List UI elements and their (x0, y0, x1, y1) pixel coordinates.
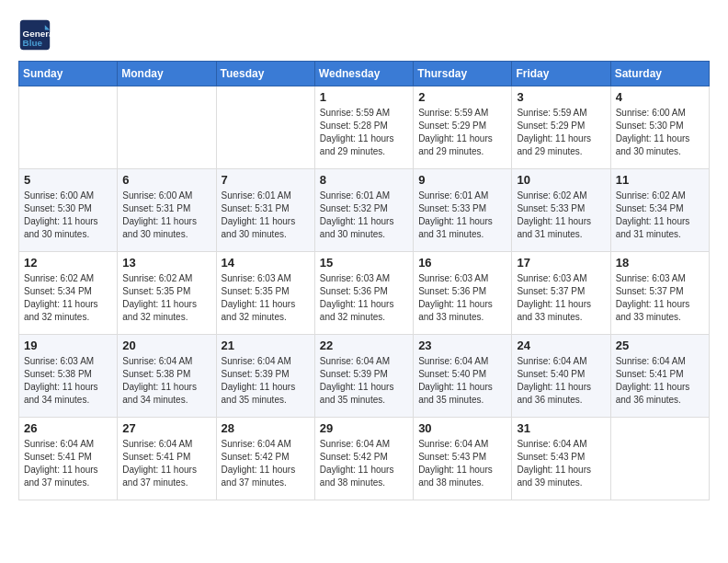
cell-detail: Sunrise: 5:59 AM (320, 107, 408, 120)
cell-detail: Sunset: 5:34 PM (616, 202, 704, 215)
calendar-cell: 31Sunrise: 6:04 AMSunset: 5:43 PMDayligh… (512, 418, 610, 500)
calendar-cell: 30Sunrise: 6:04 AMSunset: 5:43 PMDayligh… (414, 418, 512, 500)
page-header: General Blue (18, 18, 710, 52)
cell-detail: Sunrise: 6:03 AM (222, 272, 310, 285)
calendar-cell: 13Sunrise: 6:02 AMSunset: 5:35 PMDayligh… (118, 252, 216, 335)
cell-detail: Sunset: 5:29 PM (517, 120, 605, 132)
cell-detail: Sunset: 5:33 PM (517, 202, 605, 215)
cell-detail: Sunrise: 6:04 AM (320, 355, 408, 368)
cell-detail: Daylight: 11 hours and 30 minutes. (24, 215, 112, 241)
cell-detail: Sunset: 5:37 PM (517, 285, 605, 298)
cell-detail: Daylight: 11 hours and 29 minutes. (320, 132, 408, 158)
header-day-saturday: Saturday (610, 62, 709, 86)
calendar-cell (216, 86, 314, 169)
calendar-cell: 15Sunrise: 6:03 AMSunset: 5:36 PMDayligh… (314, 252, 413, 335)
day-number: 7 (222, 173, 310, 187)
day-number: 10 (517, 173, 605, 187)
day-number: 24 (517, 339, 605, 352)
calendar-cell: 1Sunrise: 5:59 AMSunset: 5:28 PMDaylight… (314, 86, 413, 169)
calendar-cell: 26Sunrise: 6:04 AMSunset: 5:41 PMDayligh… (19, 418, 118, 500)
cell-detail: Daylight: 11 hours and 34 minutes. (122, 381, 210, 407)
calendar-cell: 22Sunrise: 6:04 AMSunset: 5:39 PMDayligh… (314, 335, 413, 418)
cell-detail: Daylight: 11 hours and 38 minutes. (320, 464, 408, 489)
header-day-friday: Friday (512, 62, 610, 86)
day-number: 4 (616, 90, 704, 104)
cell-detail: Sunrise: 6:02 AM (122, 272, 210, 285)
cell-detail: Daylight: 11 hours and 37 minutes. (122, 464, 210, 489)
day-number: 5 (24, 173, 112, 187)
cell-detail: Sunrise: 6:01 AM (418, 190, 506, 202)
calendar-cell: 7Sunrise: 6:01 AMSunset: 5:31 PMDaylight… (216, 169, 314, 252)
calendar-cell: 5Sunrise: 6:00 AMSunset: 5:30 PMDaylight… (19, 169, 118, 252)
cell-detail: Sunset: 5:41 PM (122, 451, 210, 464)
cell-detail: Daylight: 11 hours and 35 minutes. (320, 381, 408, 407)
calendar-cell: 17Sunrise: 6:03 AMSunset: 5:37 PMDayligh… (512, 252, 610, 335)
header-day-wednesday: Wednesday (314, 62, 413, 86)
cell-detail: Daylight: 11 hours and 31 minutes. (616, 215, 704, 241)
cell-detail: Sunrise: 6:04 AM (222, 355, 310, 368)
day-number: 27 (122, 421, 210, 435)
cell-detail: Sunset: 5:32 PM (320, 202, 408, 215)
cell-detail: Daylight: 11 hours and 32 minutes. (24, 298, 112, 324)
day-number: 23 (418, 339, 506, 352)
cell-detail: Sunset: 5:40 PM (517, 368, 605, 381)
cell-detail: Daylight: 11 hours and 29 minutes. (418, 132, 506, 158)
cell-detail: Daylight: 11 hours and 33 minutes. (517, 298, 605, 324)
cell-detail: Sunset: 5:31 PM (222, 202, 310, 215)
day-number: 12 (24, 256, 112, 270)
cell-detail: Sunset: 5:41 PM (616, 368, 704, 381)
header-row: SundayMondayTuesdayWednesdayThursdayFrid… (19, 62, 710, 86)
calendar-cell: 28Sunrise: 6:04 AMSunset: 5:42 PMDayligh… (216, 418, 314, 500)
calendar-cell: 10Sunrise: 6:02 AMSunset: 5:33 PMDayligh… (512, 169, 610, 252)
header-day-tuesday: Tuesday (216, 62, 314, 86)
cell-detail: Sunset: 5:42 PM (222, 451, 310, 464)
day-number: 21 (222, 339, 310, 352)
cell-detail: Sunset: 5:34 PM (24, 285, 112, 298)
day-number: 30 (418, 421, 506, 435)
week-row-2: 5Sunrise: 6:00 AMSunset: 5:30 PMDaylight… (19, 169, 710, 252)
cell-detail: Sunset: 5:35 PM (222, 285, 310, 298)
day-number: 26 (24, 421, 112, 435)
cell-detail: Sunrise: 6:01 AM (320, 190, 408, 202)
cell-detail: Sunrise: 5:59 AM (418, 107, 506, 120)
cell-detail: Daylight: 11 hours and 36 minutes. (616, 381, 704, 407)
day-number: 13 (122, 256, 210, 270)
cell-detail: Sunrise: 6:04 AM (517, 355, 605, 368)
cell-detail: Sunset: 5:40 PM (418, 368, 506, 381)
calendar-cell (19, 86, 118, 169)
cell-detail: Sunrise: 6:00 AM (122, 190, 210, 202)
calendar-cell: 23Sunrise: 6:04 AMSunset: 5:40 PMDayligh… (414, 335, 512, 418)
cell-detail: Daylight: 11 hours and 37 minutes. (222, 464, 310, 489)
week-row-4: 19Sunrise: 6:03 AMSunset: 5:38 PMDayligh… (19, 335, 710, 418)
cell-detail: Daylight: 11 hours and 32 minutes. (320, 298, 408, 324)
cell-detail: Daylight: 11 hours and 30 minutes. (320, 215, 408, 241)
calendar-cell: 27Sunrise: 6:04 AMSunset: 5:41 PMDayligh… (118, 418, 216, 500)
cell-detail: Sunset: 5:41 PM (24, 451, 112, 464)
cell-detail: Sunset: 5:38 PM (24, 368, 112, 381)
calendar-cell (118, 86, 216, 169)
cell-detail: Sunset: 5:29 PM (418, 120, 506, 132)
cell-detail: Sunset: 5:42 PM (320, 451, 408, 464)
cell-detail: Sunrise: 6:00 AM (24, 190, 112, 202)
logo-icon: General Blue (18, 18, 51, 52)
calendar-cell: 16Sunrise: 6:03 AMSunset: 5:36 PMDayligh… (414, 252, 512, 335)
cell-detail: Daylight: 11 hours and 30 minutes. (122, 215, 210, 241)
cell-detail: Sunset: 5:39 PM (222, 368, 310, 381)
day-number: 29 (320, 421, 408, 435)
cell-detail: Sunrise: 5:59 AM (517, 107, 605, 120)
cell-detail: Sunset: 5:36 PM (418, 285, 506, 298)
cell-detail: Daylight: 11 hours and 39 minutes. (517, 464, 605, 489)
cell-detail: Sunrise: 6:04 AM (122, 438, 210, 451)
calendar-cell: 11Sunrise: 6:02 AMSunset: 5:34 PMDayligh… (610, 169, 709, 252)
cell-detail: Sunrise: 6:03 AM (517, 272, 605, 285)
week-row-3: 12Sunrise: 6:02 AMSunset: 5:34 PMDayligh… (19, 252, 710, 335)
day-number: 18 (616, 256, 704, 270)
cell-detail: Sunrise: 6:04 AM (517, 438, 605, 451)
cell-detail: Daylight: 11 hours and 29 minutes. (517, 132, 605, 158)
cell-detail: Sunrise: 6:03 AM (418, 272, 506, 285)
header-day-thursday: Thursday (414, 62, 512, 86)
cell-detail: Sunrise: 6:04 AM (222, 438, 310, 451)
cell-detail: Sunrise: 6:03 AM (24, 355, 112, 368)
calendar-cell: 21Sunrise: 6:04 AMSunset: 5:39 PMDayligh… (216, 335, 314, 418)
calendar-table: SundayMondayTuesdayWednesdayThursdayFrid… (18, 61, 710, 500)
